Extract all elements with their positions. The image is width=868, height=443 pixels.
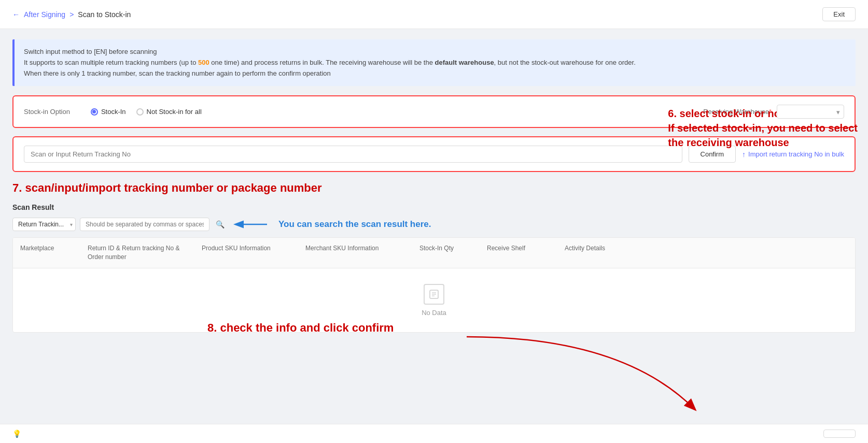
bottom-bar: 💡 — [0, 424, 868, 443]
radio-notstockin-label: Not Stock-in for all — [147, 108, 202, 116]
filter-dropdown-wrap[interactable]: Return Trackin... — [12, 218, 76, 231]
search-note: You can search the scan result here. — [278, 219, 431, 230]
exit-button[interactable]: Exit — [822, 7, 856, 21]
table: Marketplace Return ID & Return tracking … — [12, 237, 856, 333]
info-line3: When there is only 1 tracking number, sc… — [24, 68, 846, 79]
warehouse-select[interactable] — [777, 105, 844, 119]
table-body: No Data — [13, 268, 855, 332]
info-line2: It supports to scan multiple return trac… — [24, 58, 846, 68]
stockin-option-label: Stock-in Option — [24, 108, 70, 116]
breadcrumb-prev[interactable]: After Signing — [24, 10, 65, 19]
breadcrumb-current: Scan to Stock-in — [78, 10, 131, 19]
search-annotation: You can search the scan result here. — [231, 217, 431, 232]
col-receiveshelf: Receive Shelf — [480, 238, 557, 268]
back-arrow-icon[interactable]: ← — [12, 10, 20, 19]
main-content: Switch input method to [EN] before scann… — [0, 29, 868, 343]
upload-icon: ↑ — [742, 150, 746, 159]
col-stockinqty: Stock-In Qty — [412, 238, 480, 268]
radio-stockin[interactable]: Stock-In — [91, 108, 126, 116]
info-line1: Switch input method to [EN] before scann… — [24, 47, 846, 58]
info-banner: Switch input method to [EN] before scann… — [12, 39, 856, 86]
col-merchantsku: Merchant SKU Information — [298, 238, 412, 268]
no-data-text: No Data — [422, 309, 446, 317]
filter-label: Return Trackin... — [18, 221, 64, 228]
filter-dropdown[interactable]: Return Trackin... — [12, 218, 76, 231]
note-icon: 💡 — [12, 430, 21, 438]
radio-stockin-circle[interactable] — [91, 108, 98, 116]
col-activitydetails: Activity Details — [557, 238, 620, 268]
radio-notstockin[interactable]: Not Stock-in for all — [136, 108, 202, 116]
scan-result-search[interactable] — [80, 218, 209, 231]
filter-row: Return Trackin... 🔍 You can search the s… — [12, 217, 856, 232]
warehouse-select-wrap[interactable] — [777, 105, 844, 119]
step7-annotation: 7. scan/input/import tracking number or … — [12, 181, 856, 198]
radio-group: Stock-In Not Stock-in for all — [91, 108, 202, 116]
import-link[interactable]: ↑ Import return tracking No in bulk — [742, 150, 844, 159]
scan-result-label: Scan Result — [12, 203, 856, 211]
search-icon[interactable]: 🔍 — [214, 220, 227, 228]
breadcrumb-separator: > — [69, 10, 74, 19]
radio-stockin-label: Stock-In — [101, 108, 126, 116]
breadcrumb: ← After Signing > Scan to Stock-in — [12, 10, 131, 19]
step8-annotation: 8. check the info and click confirm — [207, 316, 394, 340]
col-productsku: Product SKU Information — [194, 238, 298, 268]
col-returnid: Return ID & Return tracking No & Order n… — [80, 238, 194, 268]
scan-input[interactable] — [24, 146, 682, 163]
no-data-icon — [424, 284, 444, 305]
bottom-note: 💡 — [12, 430, 24, 438]
bottom-confirm-button[interactable] — [823, 430, 856, 438]
table-header: Marketplace Return ID & Return tracking … — [13, 238, 855, 268]
import-label: Import return tracking No in bulk — [748, 150, 844, 158]
col-marketplace: Marketplace — [13, 238, 80, 268]
header: ← After Signing > Scan to Stock-in Exit — [0, 0, 868, 29]
search-arrow-svg — [231, 217, 272, 232]
radio-notstockin-circle[interactable] — [136, 108, 144, 116]
